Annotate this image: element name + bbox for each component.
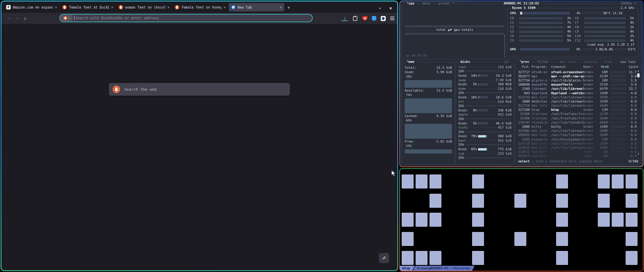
process-user: kron+ (583, 91, 596, 95)
clock-cell (472, 175, 484, 188)
process-row[interactable]: 324656Web Cont/usr/lib/librewolf/lkron+1… (517, 145, 640, 150)
process-row[interactable]: 25306freetube/opt/FreeTube/freetukron+20… (517, 116, 640, 120)
process-row[interactable]: 312733Web Cont/usr/lib/librewolf/lkron+4… (517, 95, 640, 99)
update-interval[interactable]: - 1000ms + (615, 1, 638, 6)
process-row[interactable]: 25366freetube/opt/FreeTube/freetukron+21… (517, 112, 640, 116)
process-pid: 324656 (517, 146, 532, 150)
process-command: /usr/lib/librewolf/l (551, 146, 583, 150)
forward-button[interactable]: → (13, 16, 21, 21)
proc-footer: select ↓ info ↵ terminate kill signals N… (518, 159, 638, 164)
extension-icon[interactable] (381, 16, 386, 21)
process-program: Hyprland (532, 91, 551, 95)
disk-used-meter (478, 109, 488, 111)
cpu-total-row: CPU 4% 38°C 14.1W (510, 11, 636, 15)
proc-box-tab[interactable]: ⁴proc (518, 60, 531, 64)
process-row[interactable]: 258355Web Cont/usr/lib/librewolf/lkron+2… (517, 133, 640, 137)
privacy-extension-icon[interactable] (372, 16, 376, 21)
scroll-down-icon[interactable]: ↓ (637, 152, 639, 156)
process-row[interactable]: 180696easyeffeeasyeffectskron+351M3.9 (517, 83, 640, 87)
ublock-origin-icon[interactable]: uB (362, 16, 367, 21)
window-close-icon[interactable]: × (389, 6, 392, 11)
sort-arrow-icon[interactable]: ↑ (637, 65, 640, 69)
edit-newtab-button[interactable]: ✎ (379, 253, 389, 263)
tree-button[interactable]: tree (603, 60, 614, 64)
process-row[interactable]: 327734glycin-s/usr/lib/glycin-loadkron+1… (517, 78, 640, 82)
process-row[interactable]: 302077mpvmpv --ytdl-raw-optiokron+553M3.… (517, 74, 640, 78)
process-row[interactable]: 1349librewol/usr/lib/librewolf/lkron+697… (517, 87, 640, 91)
search-engine-chip[interactable]: ▾ (61, 15, 72, 21)
downloads-icon[interactable]: ↓ (342, 16, 348, 21)
tab-close-icon[interactable]: × (55, 5, 57, 9)
browser-tab[interactable]: woman feet on chocola× (116, 3, 172, 12)
scroll-up-icon[interactable]: ↑ (637, 69, 639, 73)
tab-title: Amazon.com en espanol (13, 5, 53, 9)
menu-button[interactable]: menu (421, 1, 432, 6)
duckduckgo-icon (63, 16, 67, 20)
url-bar[interactable]: ▾ Search with DuckDuckGo or enter addres… (59, 14, 313, 22)
process-cpu: 0.0 (627, 133, 637, 137)
process-row[interactable]: 943HyprlandHyprland --watchdog-kron+109M… (517, 91, 640, 95)
core-row: C45% (510, 34, 573, 38)
tab-overflow-icon[interactable]: ▾ (379, 6, 381, 10)
browser-tab[interactable]: female feet on honey× (172, 3, 228, 12)
reverse-button[interactable]: reverse (582, 60, 598, 64)
browser-tab[interactable]: New Tab× (229, 3, 284, 12)
web-search-box[interactable]: Search the web (109, 83, 290, 96)
cpu-graph-label[interactable]: total ▲▼ gpu-totals (434, 28, 475, 32)
kitty-tab-shell[interactable]: kronos@KRONOS-PC:~/Pictures (413, 266, 475, 271)
reload-button[interactable]: ↻ (21, 16, 29, 21)
disk-used-value: 16.3 GiB (489, 74, 511, 78)
process-cpu-graph (610, 151, 626, 153)
core-percent: 2% (564, 16, 571, 20)
new-tab-button[interactable]: + (285, 4, 293, 12)
app-menu-icon[interactable] (390, 17, 394, 20)
back-button[interactable]: ← (4, 16, 13, 21)
mem-percent: 13% (405, 144, 452, 148)
io-toggle[interactable]: io (503, 60, 510, 64)
core-percent: 4% (564, 25, 571, 29)
process-row[interactable]: 327717xfce4-scxfce4-screenshooterkron+58… (517, 70, 640, 74)
disk-io-graph (465, 92, 511, 94)
process-row[interactable]: 312582Web Cont/usr/lib/librewolf/lkron+2… (517, 129, 640, 133)
kitty-tab-btop[interactable]: btop (400, 266, 415, 271)
process-row[interactable]: 324719Web Cont/usr/lib/librewolf/lkron+1… (517, 141, 640, 145)
process-row[interactable]: 273672kworker/root0B0.0 (517, 150, 640, 154)
tab-close-icon[interactable]: × (224, 5, 226, 9)
core-row: C114% (573, 38, 636, 43)
per-core-button[interactable]: per-core (558, 60, 577, 64)
process-cpu-graph (610, 113, 626, 115)
process-row[interactable]: 301875kworker/root0B0.0 (517, 154, 640, 158)
sort-selector[interactable]: cpu lazy (619, 60, 637, 64)
process-row[interactable]: 312726Web Cont/usr/lib/librewolf/lkron+4… (517, 104, 640, 108)
cpu-model: Ryzen 5 5500 (511, 6, 537, 10)
disk-name: toshi (458, 126, 468, 129)
disk-used-label: Used: (458, 108, 468, 112)
process-command: easyeffects (551, 83, 583, 87)
process-program: thunderb (532, 121, 551, 124)
disk-used-row: Used:16%18.6 GiB (458, 95, 511, 100)
mem-box-tab[interactable]: ²mem (405, 60, 416, 64)
core-graph (519, 35, 563, 37)
proc-scrollbar[interactable] (637, 73, 640, 77)
process-mem: 156M (596, 125, 609, 129)
process-pid: 127190 (517, 108, 532, 112)
uptime-label: up 00:49:56 (406, 54, 427, 57)
extensions-icon[interactable] (352, 15, 358, 21)
process-row[interactable]: 1686WebExten/usr/lib/librewolf/lkron+335… (517, 99, 640, 103)
browser-tab[interactable]: Amazon.com en espanol× (4, 3, 59, 12)
gpu-mem: 1.0G/8.0G (595, 47, 613, 51)
process-row[interactable]: 176747thunderb/usr/lib/thunderbirdkron+6… (517, 120, 640, 124)
tab-close-icon[interactable]: × (111, 5, 113, 9)
process-row[interactable]: 1263pipewire/usr/bin/pipewirekron+22M0.9 (517, 137, 640, 141)
process-row[interactable]: 127190btopbtopkron+13M0.9 (517, 108, 640, 112)
tab-close-icon[interactable]: × (280, 5, 282, 9)
preset-button[interactable]: preset * (437, 1, 456, 6)
process-row[interactable]: 1086kittykittykron+156M0.9 (517, 124, 640, 129)
disks-box-tab[interactable]: disks (459, 60, 472, 64)
filter-button[interactable]: filter (536, 60, 551, 64)
browser-tab[interactable]: female feet at DuckDu× (60, 3, 116, 12)
process-cpu-graph (610, 100, 626, 103)
tab-close-icon[interactable]: × (167, 5, 170, 9)
disk-size: 119 GiB (498, 65, 511, 69)
cpu-box-tab[interactable]: ¹cpu (405, 1, 416, 6)
